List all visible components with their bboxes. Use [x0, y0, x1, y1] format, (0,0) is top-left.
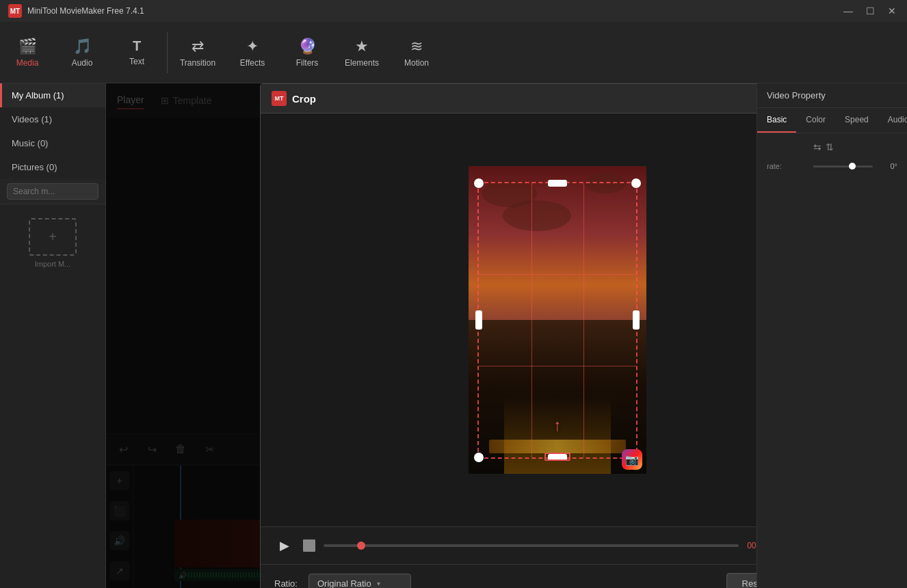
transition-label: Transition: [180, 58, 215, 68]
corner-emoji-icon: 📷: [622, 449, 642, 470]
ratio-label: Ratio:: [274, 578, 298, 588]
motion-label: Motion: [404, 58, 429, 68]
time-current: 00:00:00.00: [747, 541, 757, 550]
crop-footer: Ratio: Original Ratio ▾ Reset OK: [261, 564, 757, 588]
video-property-content: ⇆ ⇅ rate: 0°: [757, 133, 907, 188]
grid-vertical-1: [531, 183, 532, 457]
toolbar-media[interactable]: 🎬 Media: [0, 22, 55, 83]
rotate-label: rate:: [767, 162, 808, 170]
toolbar-audio[interactable]: 🎵 Audio: [55, 22, 109, 83]
toolbar-elements[interactable]: ★ Elements: [334, 22, 389, 83]
media-label: Media: [16, 58, 39, 68]
toolbar-transition[interactable]: ⇄ Transition: [170, 22, 225, 83]
toolbar-text[interactable]: T Text: [109, 22, 164, 83]
sidebar-item-music[interactable]: Music (0): [0, 131, 105, 155]
import-box[interactable]: +: [29, 218, 77, 256]
handle-top-left[interactable]: [474, 178, 484, 188]
transition-icon: ⇄: [192, 38, 204, 55]
rotate-slider-thumb: [849, 163, 856, 170]
crop-modal: MT Crop ✕: [260, 83, 757, 588]
progress-bar[interactable]: [324, 544, 739, 547]
minimize-button[interactable]: —: [839, 4, 858, 18]
text-label: Text: [129, 57, 144, 66]
crop-title: MT Crop: [272, 91, 316, 106]
import-label: Import M...: [35, 260, 71, 268]
tab-audio[interactable]: Audio: [878, 108, 907, 133]
tab-basic[interactable]: Basic: [757, 108, 796, 133]
crop-playback-controls: ▶ 00:00:00.00 / 00:00:07.11: [261, 526, 757, 564]
window-controls: — ☐ ✕: [839, 4, 902, 18]
flip-vertical-button[interactable]: ⇅: [826, 142, 834, 152]
elements-label: Elements: [345, 58, 379, 68]
main-toolbar: 🎬 Media 🎵 Audio T Text ⇄ Transition ✦ Ef…: [0, 22, 907, 83]
ratio-dropdown-arrow: ▾: [377, 580, 380, 587]
tab-speed[interactable]: Speed: [835, 108, 878, 133]
sidebar-item-videos[interactable]: Videos (1): [0, 107, 105, 131]
grid-horizontal-1: [479, 274, 636, 275]
import-plus-icon: +: [49, 229, 57, 245]
media-icon: 🎬: [18, 38, 37, 55]
stop-button[interactable]: [303, 539, 315, 552]
grid-horizontal-2: [479, 366, 636, 366]
audio-icon: 🎵: [73, 38, 92, 55]
text-icon: T: [133, 38, 141, 54]
close-button[interactable]: ✕: [882, 4, 902, 18]
maximize-button[interactable]: ☐: [860, 4, 880, 18]
main-layout: My Album (1) Videos (1) Music (0) Pictur…: [0, 83, 907, 588]
handle-top-right[interactable]: [631, 178, 641, 188]
crop-video-background: ↑ 📷: [469, 166, 646, 474]
handle-left[interactable]: [475, 310, 482, 330]
app-title: MiniTool MovieMaker Free 7.4.1: [27, 6, 899, 16]
sidebar-item-my-album[interactable]: My Album (1): [0, 83, 105, 107]
selected-handle-bottom: [544, 453, 570, 461]
crop-preview-container: ↑ 📷: [469, 166, 646, 474]
crop-logo-icon: MT: [272, 91, 287, 106]
sidebar: My Album (1) Videos (1) Music (0) Pictur…: [0, 83, 106, 588]
flip-row: ⇆ ⇅: [767, 142, 897, 152]
sidebar-item-pictures[interactable]: Pictures (0): [0, 155, 105, 179]
move-arrow-icon: ↑: [553, 416, 562, 435]
rotate-row: rate: 0°: [767, 162, 897, 170]
title-bar: MT MiniTool MovieMaker Free 7.4.1 — ☐ ✕: [0, 0, 907, 22]
ratio-value: Original Ratio: [317, 578, 371, 588]
progress-indicator: [357, 542, 365, 550]
flip-control: ⇆ ⇅: [813, 142, 897, 152]
audio-label: Audio: [72, 58, 93, 68]
handle-right[interactable]: [633, 310, 640, 330]
rotate-value: 0°: [877, 162, 897, 170]
time-display: 00:00:00.00 / 00:00:07.11: [747, 541, 757, 550]
motion-icon: ≋: [410, 38, 423, 55]
handle-bottom-left[interactable]: [474, 453, 484, 462]
video-property-title: Video Property: [757, 83, 907, 108]
search-input[interactable]: [7, 183, 98, 200]
reset-button[interactable]: Reset: [726, 573, 757, 588]
toolbar-motion[interactable]: ≋ Motion: [389, 22, 444, 83]
ratio-dropdown[interactable]: Original Ratio ▾: [308, 574, 411, 588]
grid-vertical-2: [583, 183, 584, 457]
flip-horizontal-button[interactable]: ⇆: [813, 142, 821, 152]
play-button[interactable]: ▶: [274, 535, 295, 556]
toolbar-filters[interactable]: 🔮 Filters: [280, 22, 334, 83]
crop-header: MT Crop ✕: [261, 84, 757, 113]
crop-body: ↑ 📷: [261, 113, 757, 526]
effects-icon: ✦: [246, 38, 259, 55]
modal-overlay: MT Crop ✕: [106, 83, 757, 588]
toolbar-separator-1: [167, 32, 168, 73]
center-area: Player ⊞ Template ↑ Export ↩ ↪ 🗑 ✂ + ⬛ 🔊…: [106, 83, 757, 588]
import-area: + Import M...: [0, 204, 105, 282]
right-panel: Video Property Basic Color Speed Audio ⇆…: [757, 83, 907, 588]
filters-label: Filters: [296, 58, 319, 68]
filters-icon: 🔮: [298, 38, 317, 55]
effects-label: Effects: [240, 58, 265, 68]
crop-title-text: Crop: [292, 93, 316, 105]
crop-selection-box[interactable]: ↑: [477, 182, 637, 459]
toolbar-effects[interactable]: ✦ Effects: [225, 22, 280, 83]
rotate-control: 0°: [813, 162, 897, 170]
app-icon: MT: [8, 4, 22, 18]
media-search-area: [0, 179, 105, 204]
video-property-tabs: Basic Color Speed Audio: [757, 108, 907, 133]
rotate-slider[interactable]: [813, 165, 873, 168]
handle-top[interactable]: [548, 180, 567, 187]
elements-icon: ★: [355, 38, 369, 55]
tab-color[interactable]: Color: [796, 108, 835, 133]
